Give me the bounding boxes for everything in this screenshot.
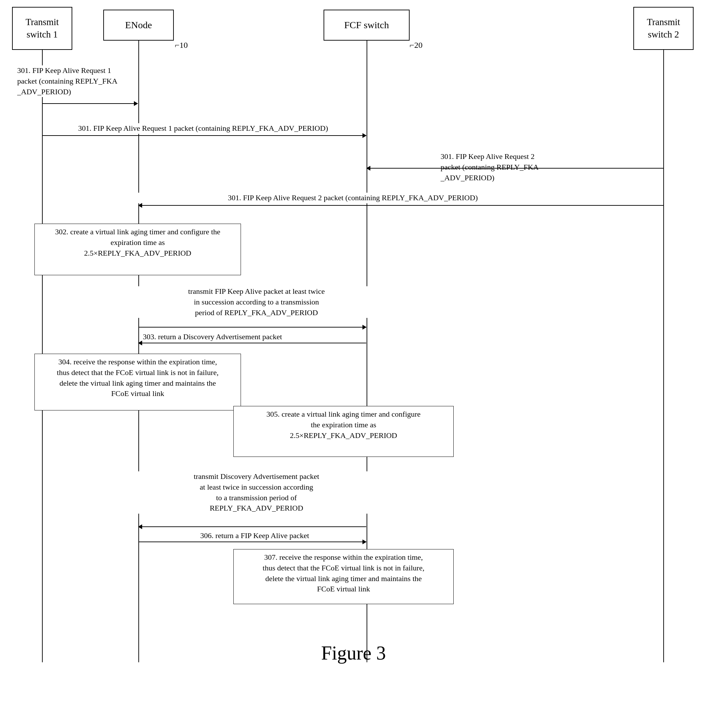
msg301c-label: 301. FIP Keep Alive Request 2packet (con…	[441, 152, 661, 183]
fcf-annotation: ⌐20	[410, 40, 423, 50]
msg301c-arrow	[367, 168, 663, 169]
diagram: Transmitswitch 1 ENode ⌐10 FCF switch ⌐2…	[0, 0, 707, 671]
box307: 307. receive the response within the exp…	[233, 549, 454, 604]
lifeline-transmit-switch-2	[663, 50, 664, 662]
transmit-discovery-label: transmit Discovery Advertisement packeta…	[136, 471, 377, 514]
msg303-label: 303. return a Discovery Advertisement pa…	[143, 332, 367, 342]
box302: 302. create a virtual link aging timer a…	[35, 224, 241, 275]
msg303-arrow	[138, 343, 366, 343]
msg306-label: 306. return a FIP Keep Alive packet	[143, 530, 367, 541]
transmit-switch-2-box: Transmitswitch 2	[633, 7, 694, 50]
msg301b-arrow	[42, 135, 366, 136]
msg301d-arrow	[138, 205, 663, 206]
enode-box: ENode	[103, 10, 174, 40]
figure-caption: Figure 3	[0, 642, 707, 664]
lifeline-enode	[138, 40, 139, 662]
msg301a-label: 301. FIP Keep Alive Request 1packet (con…	[17, 65, 138, 97]
msg301d-label: 301. FIP Keep Alive Request 2 packet (co…	[46, 193, 659, 203]
msg301a-arrow	[42, 103, 138, 104]
transmit-discovery-arrow	[138, 526, 366, 527]
enode-annotation: ⌐10	[175, 40, 188, 50]
transmit-keep-alive-label: transmit FIP Keep Alive packet at least …	[136, 286, 377, 318]
msg301b-label: 301. FIP Keep Alive Request 1 packet (co…	[45, 123, 361, 134]
fcf-switch-box: FCF switch	[324, 10, 410, 40]
transmit-keep-alive-arrow	[138, 327, 366, 328]
msg306-arrow	[138, 542, 366, 542]
transmit-switch-1-box: Transmitswitch 1	[12, 7, 72, 50]
box304: 304. receive the response within the exp…	[35, 354, 241, 410]
box305: 305. create a virtual link aging timer a…	[233, 406, 454, 457]
